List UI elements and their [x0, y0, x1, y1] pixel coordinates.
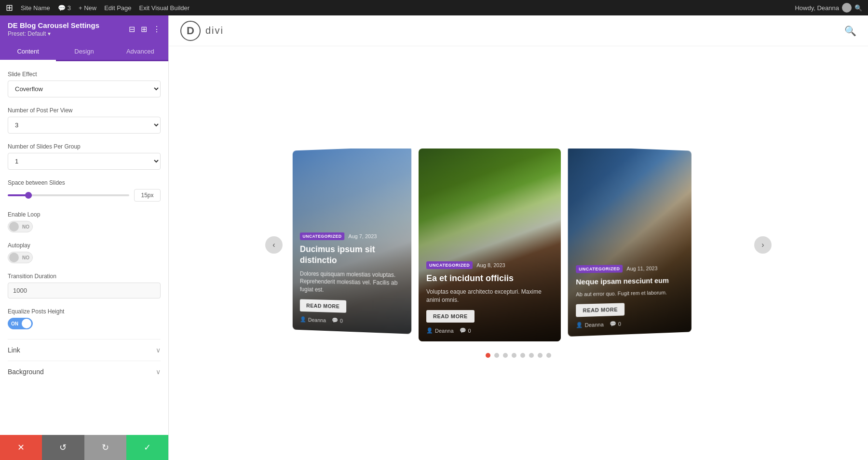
comment-icon: 💬 [58, 4, 66, 12]
undo-icon: ↺ [59, 442, 67, 453]
dot-1[interactable] [486, 353, 490, 358]
card-readmore-2[interactable]: READ MORE [426, 310, 475, 323]
space-between-label: Space between Slides [8, 179, 161, 186]
admin-bar-edit-page[interactable]: Edit Page [104, 4, 131, 12]
tab-content[interactable]: Content [0, 43, 56, 61]
field-enable-loop: Enable Loop NO [8, 211, 161, 232]
card-content-3: UNCATEGORIZED Aug 11, 2023 Neque ipsam n… [568, 257, 692, 337]
sidebar-tabs: Content Design Advanced [0, 43, 168, 61]
sidebar-preset[interactable]: Preset: Default ▾ [8, 30, 99, 37]
author-icon-2: 👤 [426, 327, 433, 334]
card-date-2: Aug 8, 2023 [476, 262, 505, 268]
field-equalize-height: Equalize Posts Height ON [8, 308, 161, 329]
redo-button[interactable]: ↻ [84, 435, 126, 460]
section-background[interactable]: Background ∨ [8, 361, 161, 382]
admin-search-icon[interactable]: 🔍 [854, 4, 862, 12]
card-footer-3: 👤 Deanna 💬 0 [576, 318, 684, 328]
admin-bar-site[interactable]: Site Name [21, 4, 50, 12]
admin-bar-new[interactable]: + New [79, 4, 96, 12]
more-icon[interactable]: ⋮ [153, 25, 161, 34]
author-icon-3: 👤 [576, 322, 583, 328]
card-author-2: 👤 Deanna [426, 327, 454, 334]
equalize-height-toggle-row: ON [8, 318, 161, 329]
cancel-icon: ✕ [17, 442, 25, 453]
dot-4[interactable] [512, 353, 516, 358]
carousel-wrapper: ‹ UNCATEGORIZED Aug 7, 2023 Ducimu [265, 149, 772, 341]
cancel-button[interactable]: ✕ [0, 435, 42, 460]
divi-logo-text: divi [205, 25, 224, 36]
field-slide-effect: Slide Effect Coverflow Slide Fade Cube F… [8, 71, 161, 97]
dot-2[interactable] [494, 353, 499, 358]
save-icon: ✓ [144, 442, 151, 453]
posts-per-view-select[interactable]: 1 2 3 4 5 [8, 117, 161, 134]
card-category-2: UNCATEGORIZED [426, 261, 473, 269]
dot-7[interactable] [538, 353, 542, 358]
dot-6[interactable] [529, 353, 534, 358]
card-title-1: Ducimus ipsum sit distinctio [300, 244, 404, 267]
slide-card-2: UNCATEGORIZED Aug 8, 2023 Ea et incidunt… [419, 149, 561, 341]
card-footer-1: 👤 Deanna 💬 0 [300, 316, 404, 326]
card-date-1: Aug 7, 2023 [348, 233, 377, 239]
slide-card-3: UNCATEGORIZED Aug 11, 2023 Neque ipsam n… [568, 149, 692, 337]
enable-loop-toggle-row: NO [8, 221, 161, 232]
autoplay-toggle[interactable]: NO [8, 252, 33, 263]
space-between-slider[interactable] [8, 194, 129, 196]
comment-icon-2: 💬 [460, 327, 466, 334]
content-area: D divi 🔍 ‹ [169, 15, 868, 460]
transition-duration-input[interactable]: 1000 [8, 283, 161, 298]
field-posts-per-view: Number of Post Per View 1 2 3 4 5 [8, 107, 161, 134]
sidebar-title: DE Blog Carousel Settings [8, 21, 99, 29]
section-link[interactable]: Link ∨ [8, 339, 161, 361]
slide-effect-select[interactable]: Coverflow Slide Fade Cube Flip [8, 81, 161, 97]
settings-icon[interactable]: ⊟ [129, 25, 135, 34]
card-date-3: Aug 11, 2023 [626, 266, 657, 272]
carousel-next-arrow[interactable]: › [754, 236, 772, 254]
dot-3[interactable] [503, 353, 508, 358]
sidebar: DE Blog Carousel Settings Preset: Defaul… [0, 15, 169, 460]
field-transition-duration: Transition Duration 1000 [8, 273, 161, 298]
card-readmore-3[interactable]: READ MORE [576, 303, 624, 317]
slides-per-group-select[interactable]: 1 2 3 [8, 153, 161, 170]
card-content-1: UNCATEGORIZED Aug 7, 2023 Ducimus ipsum … [293, 224, 411, 334]
field-space-between: Space between Slides 15px [8, 179, 161, 202]
enable-loop-label: Enable Loop [8, 211, 161, 218]
enable-loop-toggle[interactable]: NO [8, 221, 33, 232]
card-meta-3: UNCATEGORIZED Aug 11, 2023 [576, 264, 684, 273]
sidebar-header-icons: ⊟ ⊞ ⋮ [129, 25, 161, 34]
admin-bar: ⊞ Site Name 💬 3 + New Edit Page Exit Vis… [0, 0, 868, 15]
tab-advanced[interactable]: Advanced [112, 43, 168, 61]
comment-icon-1: 💬 [331, 317, 338, 324]
space-between-value[interactable]: 15px [134, 189, 161, 202]
admin-bar-exit-builder[interactable]: Exit Visual Builder [139, 4, 190, 12]
equalize-height-toggle[interactable]: ON [8, 318, 33, 329]
divi-logo: D divi [180, 21, 224, 41]
dot-8[interactable] [546, 353, 551, 358]
divi-header: D divi 🔍 [169, 15, 868, 46]
card-meta-1: UNCATEGORIZED Aug 7, 2023 [300, 232, 404, 240]
dot-5[interactable] [520, 353, 525, 358]
card-category-1: UNCATEGORIZED [300, 232, 345, 240]
sidebar-content: Slide Effect Coverflow Slide Fade Cube F… [0, 61, 168, 435]
card-readmore-1[interactable]: READ MORE [300, 299, 346, 312]
wp-logo-icon[interactable]: ⊞ [6, 2, 13, 13]
undo-button[interactable]: ↺ [42, 435, 84, 460]
slide-effect-label: Slide Effect [8, 71, 161, 78]
field-autoplay: Autoplay NO [8, 242, 161, 263]
sidebar-header-info: DE Blog Carousel Settings Preset: Defaul… [8, 21, 99, 37]
admin-bar-comments[interactable]: 💬 3 [58, 4, 71, 12]
posts-per-view-label: Number of Post Per View [8, 107, 161, 114]
carousel-slides: UNCATEGORIZED Aug 7, 2023 Ducimus ipsum … [290, 149, 746, 341]
carousel-prev-arrow[interactable]: ‹ [265, 236, 283, 254]
card-content-2: UNCATEGORIZED Aug 8, 2023 Ea et incidunt… [419, 254, 561, 341]
comment-icon-3: 💬 [610, 321, 616, 327]
redo-icon: ↻ [102, 442, 109, 453]
divi-search-icon[interactable]: 🔍 [844, 25, 856, 37]
columns-icon[interactable]: ⊞ [141, 25, 147, 34]
section-background-chevron: ∨ [156, 368, 161, 376]
save-button[interactable]: ✓ [126, 435, 168, 460]
sidebar-header: DE Blog Carousel Settings Preset: Defaul… [0, 15, 168, 43]
card-excerpt-3: Ab aut error quo. Fugit rem et laborum. [576, 288, 684, 298]
card-title-3: Neque ipsam nesciunt eum [576, 276, 684, 287]
card-meta-2: UNCATEGORIZED Aug 8, 2023 [426, 261, 553, 269]
tab-design[interactable]: Design [56, 43, 112, 61]
